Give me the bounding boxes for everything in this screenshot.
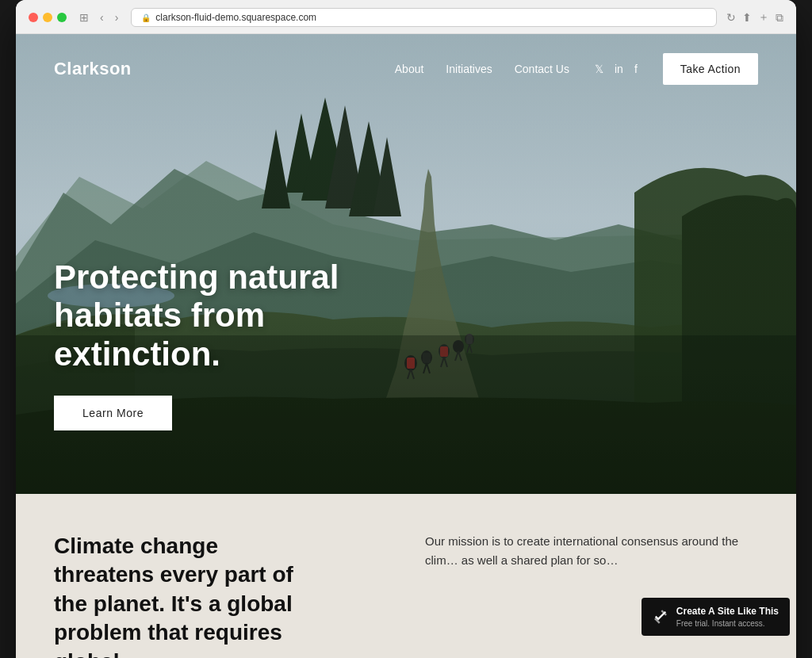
close-button[interactable] (29, 13, 38, 22)
linkedin-icon[interactable]: in (615, 63, 623, 75)
below-fold-heading: Climate change threatens every part of t… (54, 532, 324, 658)
forward-icon[interactable]: › (112, 10, 122, 25)
below-fold-text: Our mission is to create international c… (425, 532, 758, 570)
sidebar-toggle-icon[interactable]: ⊞ (76, 10, 92, 25)
nav-initiatives[interactable]: Initiatives (446, 63, 492, 75)
tabs-icon[interactable]: ⧉ (776, 11, 783, 25)
website-content: Clarkson About Initiatives Contact Us 𝕏 … (16, 34, 796, 658)
nav-social: 𝕏 in f (595, 63, 638, 75)
share-icon[interactable]: ⬆ (742, 11, 752, 24)
hero-section: Clarkson About Initiatives Contact Us 𝕏 … (16, 34, 796, 494)
minimize-button[interactable] (43, 13, 52, 22)
browser-chrome: ⊞ ‹ › 🔒 clarkson-fluid-demo.squarespace.… (16, 0, 796, 34)
facebook-icon[interactable]: f (634, 63, 638, 75)
take-action-button[interactable]: Take Action (663, 53, 758, 85)
refresh-icon[interactable]: ↻ (726, 11, 736, 24)
back-icon[interactable]: ‹ (97, 10, 107, 25)
browser-controls: ⊞ ‹ › (76, 10, 121, 25)
url-text: clarkson-fluid-demo.squarespace.com (155, 12, 316, 23)
hero-title: Protecting natural habitats from extinct… (54, 258, 387, 373)
squarespace-logo-icon (653, 609, 668, 625)
badge-heading: Create A Site Like This (676, 606, 779, 617)
learn-more-button[interactable]: Learn More (54, 396, 172, 430)
main-nav: Clarkson About Initiatives Contact Us 𝕏 … (16, 34, 796, 104)
hero-content: Protecting natural habitats from extinct… (54, 258, 387, 430)
nav-about[interactable]: About (395, 63, 424, 75)
traffic-lights (29, 13, 67, 22)
squarespace-badge[interactable]: Create A Site Like This Free trial. Inst… (642, 598, 790, 636)
badge-text: Create A Site Like This Free trial. Inst… (676, 606, 779, 628)
maximize-button[interactable] (57, 13, 67, 22)
new-tab-icon[interactable]: ＋ (758, 10, 769, 25)
below-fold-right: Our mission is to create international c… (425, 532, 758, 658)
lock-icon: 🔒 (141, 13, 151, 22)
below-fold-left: Climate change threatens every part of t… (54, 532, 387, 658)
url-bar[interactable]: 🔒 clarkson-fluid-demo.squarespace.com (131, 8, 717, 27)
browser-actions: ↻ ⬆ ＋ ⧉ (726, 10, 783, 25)
browser-window: ⊞ ‹ › 🔒 clarkson-fluid-demo.squarespace.… (16, 0, 796, 658)
badge-subtext: Free trial. Instant access. (676, 619, 765, 628)
twitter-icon[interactable]: 𝕏 (595, 63, 603, 75)
nav-contact[interactable]: Contact Us (515, 63, 569, 75)
nav-right: About Initiatives Contact Us 𝕏 in f Take… (395, 53, 758, 85)
nav-links: About Initiatives Contact Us (395, 63, 569, 75)
site-logo[interactable]: Clarkson (54, 59, 132, 79)
